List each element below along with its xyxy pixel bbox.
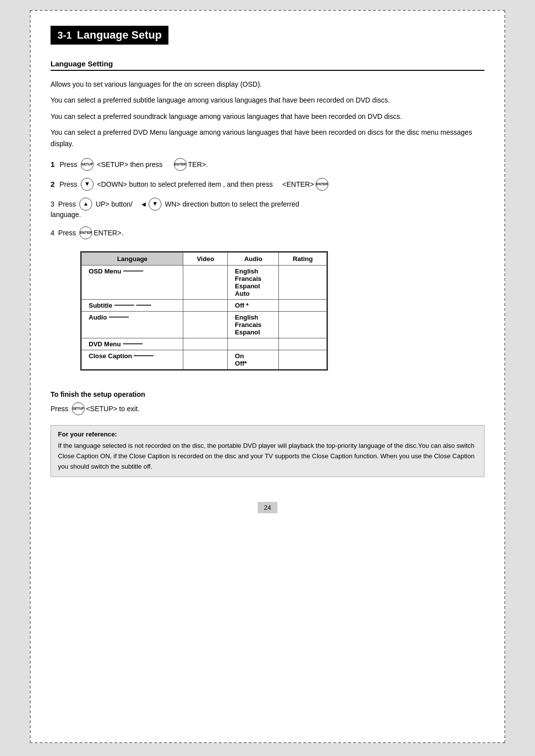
caption-options: On Off* xyxy=(228,350,279,369)
step4-enter-btn: ENTER xyxy=(79,226,92,239)
table-row-caption: Close Caption On Off* xyxy=(82,350,327,369)
page-number-area: 24 xyxy=(51,487,484,513)
osd-rating-cell xyxy=(279,265,327,299)
section-heading: Language Setting xyxy=(51,59,484,71)
reference-heading: For your reference: xyxy=(58,431,477,438)
caption-label: Close Caption xyxy=(82,350,183,369)
language-table-wrapper: Language Video Audio Rating OSD Menu xyxy=(80,251,328,371)
osd-menu-label: OSD Menu xyxy=(82,265,183,299)
step2-press: Press xyxy=(57,179,79,190)
col-rating: Rating xyxy=(279,252,327,265)
dvd-options xyxy=(228,338,279,350)
finish-press: Press xyxy=(51,403,70,414)
col-audio: Audio xyxy=(228,252,279,265)
intro-line4: You can select a preferred DVD Menu lang… xyxy=(51,127,484,149)
section-number: 3-1 xyxy=(57,30,72,41)
step1-end: TER>. xyxy=(188,159,208,170)
step1-setup-btn: SETUP xyxy=(81,158,94,171)
step1-number: 1 xyxy=(51,159,54,170)
step2-mid: <DOWN> button to select preferred item ,… xyxy=(95,179,282,190)
step1-press: Press xyxy=(57,159,79,170)
intro-line2: You can select a preferred subtitle lang… xyxy=(51,95,484,106)
subtitle-rating-cell xyxy=(279,299,327,311)
step4-end: ENTER>. xyxy=(94,227,123,238)
title-bar: 3-1 Language Setup xyxy=(51,26,484,52)
dvd-line xyxy=(123,343,143,344)
finish-end: <SETUP> to exit. xyxy=(86,403,140,414)
step2-enter-btn: ENTER xyxy=(316,178,328,191)
reference-text: If the language selected is not recorded… xyxy=(58,441,477,472)
dvd-menu-label: DVD Menu xyxy=(82,338,183,350)
finish-setup-btn: SETUP xyxy=(72,402,85,415)
step2-number: 2 xyxy=(51,178,54,190)
step3-up-btn: ▲ xyxy=(79,198,92,211)
audio-label: Audio xyxy=(82,311,183,338)
page-number: 24 xyxy=(258,502,277,513)
caption-video-cell xyxy=(183,350,228,369)
step-4-row: 4 Press ENTER ENTER>. xyxy=(51,226,484,239)
osd-video-cell xyxy=(183,265,228,299)
step3-text1: UP> button/ xyxy=(94,199,140,210)
col-video: Video xyxy=(183,252,228,265)
finish-heading: To finish the setup operation xyxy=(51,390,484,398)
subtitle-options: Off * xyxy=(228,299,279,311)
language-table: Language Video Audio Rating OSD Menu xyxy=(81,252,327,370)
step3-number: 3 Press xyxy=(51,199,78,210)
reference-box: For your reference: If the language sele… xyxy=(51,425,484,477)
table-row-audio: Audio English Francais Espanol xyxy=(82,311,327,338)
subtitle-line xyxy=(114,305,134,306)
subtitle-label: Subtitle xyxy=(82,299,183,311)
step1-mid: <SETUP> then press xyxy=(95,159,172,170)
dvd-rating-cell xyxy=(279,338,327,350)
osd-options: English Francais Espanol Auto xyxy=(228,265,279,299)
audio-options: English Francais Espanol xyxy=(228,311,279,338)
audio-video-cell xyxy=(183,311,228,338)
step3-continuation: language. xyxy=(51,211,484,218)
finish-section: To finish the setup operation Press SETU… xyxy=(51,390,484,415)
step2-enter-label: <ENTER> xyxy=(282,179,314,190)
page-container: 3-1 Language Setup Language Setting Allo… xyxy=(30,10,505,743)
finish-press-row: Press SETUP <SETUP> to exit. xyxy=(51,402,484,415)
table-row-osd: OSD Menu English Francais Espanol Auto xyxy=(82,265,327,299)
section-title: Language Setup xyxy=(77,29,161,41)
caption-rating-cell xyxy=(279,350,327,369)
col-language: Language xyxy=(82,252,183,265)
caption-line xyxy=(134,355,154,356)
intro-line3: You can select a preferred soundtrack la… xyxy=(51,111,484,122)
step2-down-btn: ▼ xyxy=(81,178,94,191)
step3-text2: WN> direction button to select the prefe… xyxy=(163,199,299,210)
step-3-row: 3 Press ▲ UP> button/ ◄ ▼ WN> direction … xyxy=(51,198,484,211)
intro-block: Allows you to set various languages for … xyxy=(51,79,484,149)
audio-rating-cell xyxy=(279,311,327,338)
subtitle-video-cell xyxy=(183,299,228,311)
step4-number: 4 Press xyxy=(51,227,78,238)
osd-line xyxy=(123,270,143,271)
dvd-video-cell xyxy=(183,338,228,350)
step3-down2-btn: ▼ xyxy=(149,198,161,211)
step-2-row: 2 Press ▼ <DOWN> button to select prefer… xyxy=(51,178,484,191)
step-1-row: 1 Press SETUP <SETUP> then press ENTER T… xyxy=(51,158,484,171)
step1-enter-btn: ENTER xyxy=(174,158,187,171)
table-row-subtitle: Subtitle Off * xyxy=(82,299,327,311)
audio-line xyxy=(109,317,129,318)
table-row-dvd: DVD Menu xyxy=(82,338,327,350)
step3-lessthan: ◄ xyxy=(140,199,147,210)
intro-line1: Allows you to set various languages for … xyxy=(51,79,484,90)
